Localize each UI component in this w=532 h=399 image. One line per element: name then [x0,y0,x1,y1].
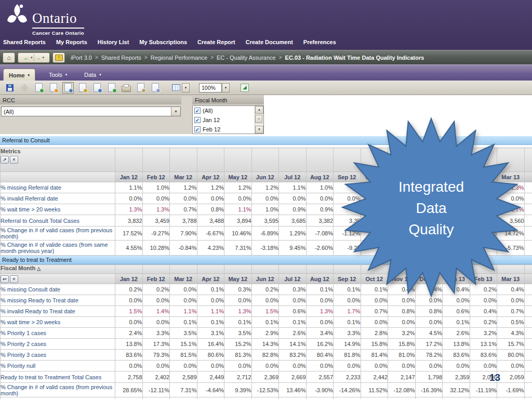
metric-value-cell [524,339,532,350]
document-glyph [35,83,43,92]
pivot-icon[interactable]: ↩ [1,275,9,283]
save-icon[interactable] [4,82,16,94]
metric-value-cell: 32.12% [443,383,470,397]
metric-label-cell: % missing Consult date [1,284,115,295]
month-column-header[interactable]: Apr 12 [197,172,224,182]
month-column-header[interactable]: Feb 12 [142,274,170,284]
rcc-dropdown[interactable]: (All) ▼ [1,107,181,116]
design-mode-icon[interactable] [48,82,59,94]
grid-view-icon[interactable] [62,82,74,94]
scroll-down-icon[interactable]: ▼ [255,126,263,134]
metric-value-cell: 2,402 [142,371,170,383]
month-column-header[interactable]: Feb 12 [142,172,170,182]
pivot-icon[interactable]: ↗ [1,156,9,164]
month-column-header[interactable]: Jul 12 [279,274,307,284]
header-spacer [524,148,532,172]
zoom-caret[interactable]: ▾ [222,83,230,92]
scroll-up-icon[interactable]: ▲ [255,106,263,114]
nav-item-history-list[interactable]: History List [98,39,129,45]
nav-item-create-document[interactable]: Create Document [246,39,293,45]
undo-icon [19,82,30,94]
breadcrumb-segment[interactable]: Shared Reports [101,55,141,61]
rcc-dropdown-caret-icon[interactable]: ▼ [171,107,180,116]
fiscal-month-listbox[interactable]: ✓(All)✓Jan 12✓Feb 12 ▲ ≡ ▼ [192,105,264,134]
slide-page-number: 13 [489,372,500,383]
note-icon[interactable] [91,82,103,94]
metric-value-cell: 0.7% [497,306,525,317]
edit-report-icon[interactable] [77,82,88,94]
metric-value-cell: -6.89% [251,227,279,241]
printer-glyph [122,86,131,92]
remove-icon[interactable]: × [10,275,18,283]
metric-value-cell: 13.8% [443,339,470,350]
month-column-header[interactable]: Mar 12 [170,172,197,182]
metric-value-cell: 3,459 [142,215,170,227]
month-column-header[interactable]: May 12 [224,274,252,284]
nav-item-shared-reports[interactable]: Shared Reports [3,39,46,45]
fiscal-month-option[interactable]: ✓Jan 12 [193,115,255,125]
home-button[interactable]: ⌂ [3,52,15,63]
metric-value-cell: 81.5% [170,350,197,361]
month-column-header[interactable]: Apr 12 [197,274,224,284]
header-spacer [197,265,224,274]
month-column-header[interactable]: Aug 12 [306,172,334,182]
metric-value-cell: 1.0% [142,182,170,193]
document-glyph [108,83,115,92]
breadcrumb-segment[interactable]: Regional Performance [151,55,207,61]
scrollbar-thumb[interactable]: ≡ [255,115,262,123]
forward-icon[interactable]: → [35,54,42,61]
metric-value-cell: -11.19% [470,383,497,397]
export-icon[interactable] [135,82,147,94]
tab-data[interactable]: Data▾ [79,69,107,81]
zoom-select[interactable]: 100% [199,83,222,92]
pdf-icon[interactable] [150,82,161,94]
nav-item-preferences[interactable]: Preferences [303,39,336,45]
metric-value-cell: 3,832 [115,215,143,227]
metric-value-cell: 0.0% [306,317,334,328]
month-column-header[interactable]: Jan 12 [115,172,143,182]
checkbox-icon[interactable]: ✓ [194,117,201,123]
nav-item-my-subscriptions[interactable]: My Subscriptions [139,39,187,45]
re-execute-icon[interactable] [106,82,117,94]
month-column-header[interactable]: Mar 12 [170,274,197,284]
nav-item-create-report[interactable]: Create Report [197,39,235,45]
tab-tools[interactable]: Tools▾ [44,69,72,81]
grid-graph-toggle-button[interactable] [170,82,182,94]
remove-icon[interactable]: × [10,156,18,164]
badge-dot [69,88,73,93]
grid-graph-caret[interactable]: ▾ [182,83,190,92]
forward-caret-icon[interactable]: ▾ [43,56,45,60]
month-column-header[interactable]: Aug 12 [306,274,334,284]
metric-value-cell: 0.0% [306,295,334,306]
metric-value-cell: 0.0% [415,317,443,328]
scrollbar-track[interactable]: ≡ [255,114,263,126]
metric-value-cell: -12.53% [251,383,279,397]
month-column-header[interactable]: Jun 12 [251,274,279,284]
metric-value-cell: -0.84% [170,241,197,256]
back-icon[interactable]: ← [23,54,30,61]
fullscreen-button[interactable]: ◢ [239,82,250,94]
month-column-header[interactable]: May 12 [224,172,252,182]
breadcrumb-segment[interactable]: iPort 3.0 [71,55,92,61]
month-column-header[interactable]: Jun 12 [251,172,279,182]
tab-home[interactable]: Home▾ [3,69,35,81]
checkbox-icon[interactable]: ✓ [194,108,201,114]
fiscal-month-scrollbar[interactable]: ▲ ≡ ▼ [255,106,263,134]
nav-item-my-reports[interactable]: My Reports [56,39,87,45]
month-column-header[interactable]: Jul 12 [279,172,307,182]
metric-value-cell [142,397,170,399]
up-one-level-button[interactable]: ↑ [52,52,65,63]
history-nav-buttons[interactable]: ←▾ →▾ [18,52,50,63]
checkbox-icon[interactable]: ✓ [194,126,201,132]
referral-to-consult-attribute-header[interactable]: Metrics↗× [1,148,115,172]
add-to-history-icon[interactable] [33,82,45,94]
month-column-header[interactable]: Jan 12 [115,274,143,284]
home-icon: ⌂ [7,54,10,61]
ready-to-treat-attribute-header[interactable]: Fiscal Month△ [1,265,115,274]
fiscal-month-option[interactable]: ✓(All) [193,106,255,115]
fiscal-month-option[interactable]: ✓Feb 12 [193,125,255,134]
metric-value-cell: 82.8% [251,350,279,361]
print-icon[interactable] [121,82,132,94]
back-caret-icon[interactable]: ▾ [31,56,33,60]
breadcrumb-segment[interactable]: EC - Quality Assurance [217,55,276,61]
